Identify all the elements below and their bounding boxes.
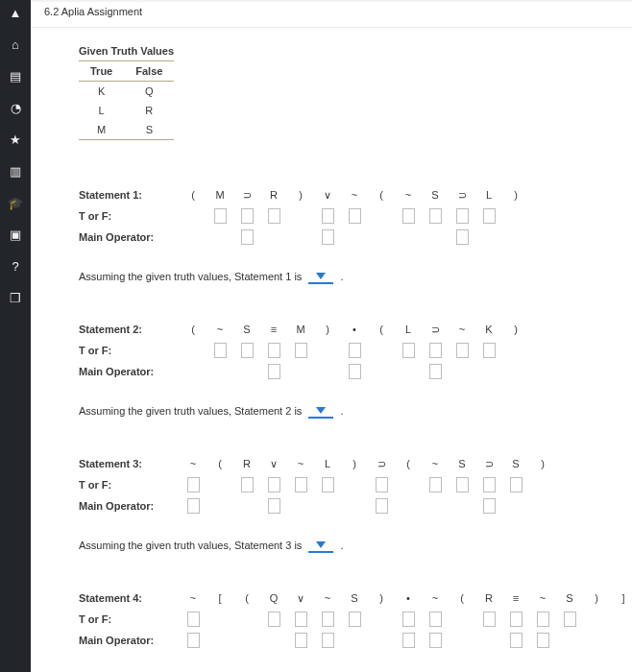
symbol-cell: ~ xyxy=(529,592,556,605)
comment-icon[interactable]: ❐ xyxy=(0,291,31,305)
symbol-cell: ) xyxy=(502,324,529,336)
op-input[interactable] xyxy=(429,633,442,648)
tf-input[interactable] xyxy=(349,343,361,358)
op-input[interactable] xyxy=(268,364,280,379)
tf-input[interactable] xyxy=(295,343,307,358)
tf-input[interactable] xyxy=(295,612,307,627)
op-input[interactable] xyxy=(322,229,334,245)
tf-input[interactable] xyxy=(241,477,254,492)
truth-header-true: True xyxy=(79,61,124,82)
compass-icon[interactable]: ◔ xyxy=(0,101,31,115)
op-input[interactable] xyxy=(537,633,549,648)
truth-value-dropdown[interactable] xyxy=(308,405,333,419)
tf-input[interactable] xyxy=(429,612,442,627)
user-icon[interactable]: ▲ xyxy=(0,6,31,20)
op-input[interactable] xyxy=(268,498,280,514)
symbol-cell: ) xyxy=(314,324,341,336)
tf-input[interactable] xyxy=(187,477,200,492)
symbol-cell: R xyxy=(233,458,260,470)
statement-block: Statement 2:(~S≡M)•(L⊃~K)T or F:Main Ope… xyxy=(79,313,617,388)
tf-label: T or F: xyxy=(79,613,180,625)
tt-cell: M xyxy=(79,120,124,140)
tf-input[interactable] xyxy=(429,208,442,224)
tf-input[interactable] xyxy=(268,477,280,492)
tf-input[interactable] xyxy=(214,343,227,358)
tf-input[interactable] xyxy=(510,612,523,627)
symbol-cell: S xyxy=(233,324,260,336)
symbol-cell: ⊃ xyxy=(422,324,449,336)
tf-input[interactable] xyxy=(429,477,442,492)
symbol-cell: ∨ xyxy=(260,458,287,470)
tf-input[interactable] xyxy=(483,477,496,492)
tf-input[interactable] xyxy=(456,477,469,492)
truth-value-dropdown[interactable] xyxy=(308,540,333,553)
tf-input[interactable] xyxy=(402,343,415,358)
tf-input[interactable] xyxy=(241,208,254,224)
tf-input[interactable] xyxy=(564,612,576,627)
tf-input[interactable] xyxy=(483,208,496,224)
op-input[interactable] xyxy=(187,633,200,648)
truth-table: Given Truth Values True False KQ LR MS xyxy=(79,45,617,140)
op-input[interactable] xyxy=(295,633,307,648)
symbol-cell: ) xyxy=(502,189,529,202)
tf-input[interactable] xyxy=(510,477,523,492)
tf-input[interactable] xyxy=(376,477,388,492)
tf-input[interactable] xyxy=(537,612,549,627)
symbol-cell: • xyxy=(395,592,422,605)
tf-input[interactable] xyxy=(349,208,361,224)
home-icon[interactable]: ⌂ xyxy=(0,37,31,52)
symbol-cell: R xyxy=(475,592,502,605)
truth-value-dropdown[interactable] xyxy=(308,271,333,284)
tf-input[interactable] xyxy=(322,612,334,627)
statement-label: Statement 4: xyxy=(79,592,180,604)
statement-label: Statement 3: xyxy=(79,458,180,469)
symbol-cell: ~ xyxy=(314,592,341,605)
op-input[interactable] xyxy=(349,364,361,379)
tf-input[interactable] xyxy=(214,208,227,224)
help-icon[interactable]: ? xyxy=(0,259,31,274)
assume-line: Assuming the given truth values, Stateme… xyxy=(79,540,617,553)
tf-input[interactable] xyxy=(268,343,280,358)
tf-label: T or F: xyxy=(79,479,180,491)
symbol-cell: ~ xyxy=(287,458,314,470)
briefcase-icon[interactable]: ▣ xyxy=(0,228,31,242)
tf-input[interactable] xyxy=(322,208,334,224)
op-input[interactable] xyxy=(376,498,388,514)
symbol-cell: L xyxy=(314,458,341,470)
op-input[interactable] xyxy=(456,229,469,245)
tf-input[interactable] xyxy=(322,477,334,492)
op-input[interactable] xyxy=(241,229,254,245)
tf-input[interactable] xyxy=(295,477,307,492)
op-input[interactable] xyxy=(483,498,496,514)
symbol-cell: ~ xyxy=(341,189,368,202)
symbol-cell: ⊃ xyxy=(233,189,260,202)
op-input[interactable] xyxy=(402,633,415,648)
tf-label: T or F: xyxy=(79,210,180,222)
tf-input[interactable] xyxy=(456,208,469,224)
tf-input[interactable] xyxy=(268,208,280,224)
op-input[interactable] xyxy=(187,498,200,514)
star-icon[interactable]: ★ xyxy=(0,132,31,147)
symbol-cell: ( xyxy=(368,189,395,202)
symbol-cell: ( xyxy=(449,592,475,605)
tf-input[interactable] xyxy=(483,612,496,627)
op-input[interactable] xyxy=(510,633,523,648)
book-icon[interactable]: ▤ xyxy=(0,69,31,84)
tf-input[interactable] xyxy=(429,343,442,358)
tf-input[interactable] xyxy=(241,343,254,358)
tf-input[interactable] xyxy=(268,612,280,627)
grad-cap-icon[interactable]: 🎓 xyxy=(0,196,31,210)
symbol-cell: M xyxy=(287,324,314,336)
tf-input[interactable] xyxy=(402,612,415,627)
main-op-label: Main Operator: xyxy=(79,635,180,646)
op-input[interactable] xyxy=(322,633,334,648)
chevron-down-icon xyxy=(316,407,326,414)
tf-input[interactable] xyxy=(187,612,200,627)
book-open-icon[interactable]: ▥ xyxy=(0,164,31,179)
tf-input[interactable] xyxy=(402,208,415,224)
op-input[interactable] xyxy=(429,364,442,379)
tf-input[interactable] xyxy=(456,343,469,358)
assume-line: Assuming the given truth values, Stateme… xyxy=(79,405,617,419)
tf-input[interactable] xyxy=(349,612,361,627)
tf-input[interactable] xyxy=(483,343,496,358)
